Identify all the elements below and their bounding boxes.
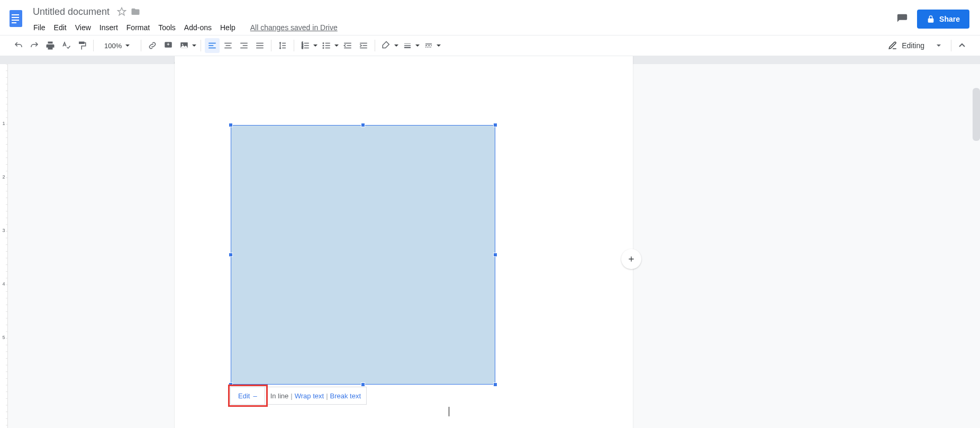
- svg-text:1: 1: [2, 121, 5, 126]
- svg-text:+: +: [167, 42, 170, 47]
- numbered-list-dropdown-icon[interactable]: [312, 43, 319, 48]
- separator: [141, 40, 141, 51]
- menu-help[interactable]: Help: [216, 21, 239, 34]
- separator: [271, 40, 271, 51]
- resize-handle-ne[interactable]: [493, 123, 497, 127]
- separator: [375, 40, 375, 51]
- print-button[interactable]: [43, 38, 58, 53]
- inline-option[interactable]: In line: [270, 392, 289, 400]
- move-folder-icon[interactable]: [131, 7, 140, 16]
- svg-marker-5: [118, 8, 126, 15]
- svg-point-14: [323, 45, 324, 46]
- resize-handle-e[interactable]: [493, 253, 497, 257]
- resize-handle-w[interactable]: [229, 253, 233, 257]
- option-separator: |: [291, 392, 292, 400]
- svg-text:4: 4: [2, 281, 5, 287]
- increase-indent-button[interactable]: [356, 38, 371, 53]
- open-comments-button[interactable]: [895, 12, 910, 26]
- vertical-scrollbar-thumb[interactable]: [973, 88, 980, 141]
- spellcheck-button[interactable]: [59, 38, 74, 53]
- zoom-select[interactable]: 100%: [100, 40, 134, 52]
- undo-button[interactable]: [11, 38, 26, 53]
- border-weight-dropdown-icon[interactable]: [414, 43, 421, 48]
- collapse-toolbar-button[interactable]: [955, 38, 969, 53]
- menu-bar: File Edit View Insert Format Tools Add-o…: [30, 21, 895, 34]
- svg-text:2: 2: [2, 174, 5, 180]
- explore-fab[interactable]: [621, 249, 641, 269]
- selected-drawing-object[interactable]: [231, 125, 495, 385]
- star-icon[interactable]: [117, 7, 126, 16]
- edit-dash: –: [253, 392, 257, 400]
- border-dash-button[interactable]: [421, 38, 436, 53]
- document-title[interactable]: Untitled document: [30, 5, 113, 19]
- menu-tools[interactable]: Tools: [155, 21, 179, 34]
- bulleted-list-dropdown-icon[interactable]: [333, 43, 340, 48]
- break-text-option[interactable]: Break text: [330, 392, 361, 400]
- resize-handle-s[interactable]: [361, 382, 365, 387]
- edit-label: Edit: [238, 392, 250, 400]
- edit-drawing-button[interactable]: Edit –: [231, 387, 265, 404]
- bulleted-list-button[interactable]: [319, 38, 334, 53]
- border-dash-dropdown-icon[interactable]: [435, 43, 442, 48]
- wrap-options: In line | Wrap text | Break text: [265, 387, 366, 404]
- insert-link-button[interactable]: [145, 38, 160, 53]
- menu-insert[interactable]: Insert: [96, 21, 122, 34]
- svg-rect-4: [12, 22, 16, 23]
- align-left-button[interactable]: [205, 38, 220, 53]
- resize-handle-nw[interactable]: [229, 123, 233, 127]
- resize-handle-se[interactable]: [493, 382, 497, 387]
- border-weight-button[interactable]: [400, 38, 415, 53]
- menu-view[interactable]: View: [71, 21, 95, 34]
- svg-text:3: 3: [2, 228, 5, 233]
- save-status[interactable]: All changes saved in Drive: [247, 21, 341, 34]
- wrap-text-option[interactable]: Wrap text: [295, 392, 324, 400]
- editing-mode-button[interactable]: Editing: [883, 39, 930, 52]
- header-right: Share: [895, 4, 975, 29]
- separator: [93, 40, 94, 51]
- svg-text:5: 5: [2, 335, 5, 340]
- image-dropdown-icon[interactable]: [191, 43, 197, 48]
- resize-handle-sw[interactable]: [229, 382, 233, 387]
- separator: [951, 40, 951, 51]
- menu-format[interactable]: Format: [123, 21, 153, 34]
- drawing-fill: [231, 125, 495, 385]
- border-color-button[interactable]: [379, 38, 394, 53]
- option-separator: |: [326, 392, 328, 400]
- image-context-toolbar: Edit – In line | Wrap text | Break text: [230, 387, 367, 405]
- title-bar: Untitled document: [30, 4, 895, 19]
- menu-addons[interactable]: Add-ons: [180, 21, 215, 34]
- add-comment-button[interactable]: +: [161, 38, 176, 53]
- align-justify-button[interactable]: [252, 38, 267, 53]
- menu-edit[interactable]: Edit: [50, 21, 70, 34]
- docs-logo[interactable]: [5, 4, 26, 33]
- insert-image-button[interactable]: [177, 38, 192, 53]
- paint-format-button[interactable]: [75, 38, 89, 53]
- menu-file[interactable]: File: [30, 21, 49, 34]
- svg-rect-1: [12, 14, 19, 15]
- svg-rect-2: [12, 17, 19, 18]
- editing-mode-dropdown-icon[interactable]: [934, 43, 943, 48]
- svg-point-9: [182, 44, 183, 45]
- zoom-value: 100%: [104, 42, 122, 50]
- svg-point-15: [323, 48, 324, 49]
- numbered-list-button[interactable]: 123: [298, 38, 313, 53]
- app-header: Untitled document File Edit View Insert …: [0, 0, 980, 35]
- redo-button[interactable]: [27, 38, 42, 53]
- svg-rect-3: [12, 20, 19, 21]
- decrease-indent-button[interactable]: [340, 38, 355, 53]
- resize-handle-n[interactable]: [361, 123, 365, 127]
- share-button[interactable]: Share: [917, 10, 969, 29]
- separator: [201, 40, 201, 51]
- border-color-dropdown-icon[interactable]: [393, 43, 400, 48]
- svg-point-13: [323, 43, 324, 44]
- svg-rect-17: [578, 56, 981, 64]
- toolbar: 100% + 123 Editing: [0, 35, 980, 56]
- line-spacing-button[interactable]: [275, 38, 290, 53]
- title-area: Untitled document File Edit View Insert …: [30, 4, 895, 34]
- separator: [294, 40, 294, 51]
- align-center-button[interactable]: [221, 38, 235, 53]
- text-cursor: [449, 407, 449, 416]
- svg-rect-0: [10, 10, 22, 27]
- vertical-ruler[interactable]: 12345: [0, 64, 8, 428]
- align-right-button[interactable]: [237, 38, 251, 53]
